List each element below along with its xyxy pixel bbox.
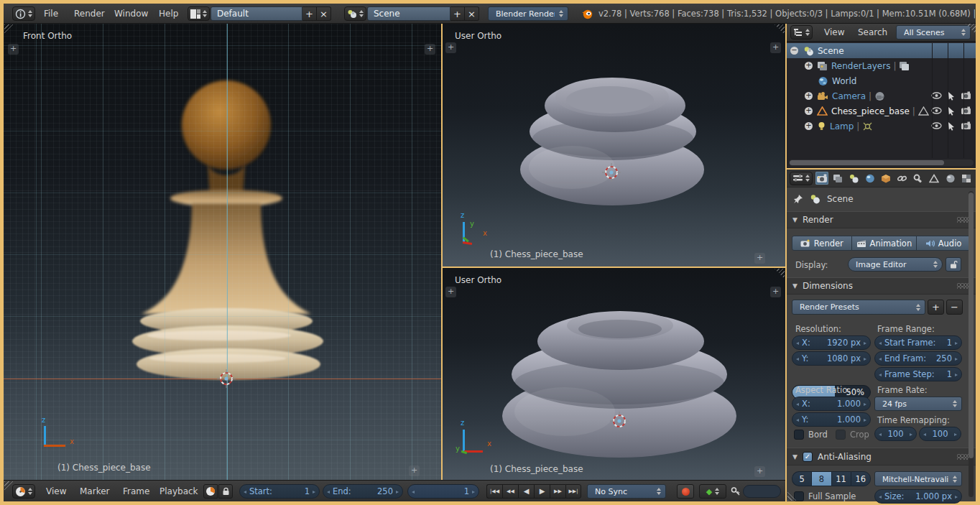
antialiasing-checkbox[interactable]: ✓: [803, 452, 813, 462]
region-expand-button[interactable]: +: [409, 465, 420, 476]
hide-eye-icon[interactable]: [931, 91, 942, 101]
region-expand-button[interactable]: +: [754, 466, 765, 477]
render-restrict-icon[interactable]: [961, 106, 971, 116]
increment-arrow-icon[interactable]: ▸: [396, 488, 399, 495]
add-scene-button[interactable]: +: [450, 6, 465, 21]
active-keying-set-field[interactable]: [743, 485, 781, 498]
outliner-type-button[interactable]: [790, 25, 813, 40]
decrement-arrow-icon[interactable]: ◂: [879, 494, 882, 500]
aa-size-field[interactable]: ◂ Size: 1.000 px ▸: [874, 489, 962, 504]
increment-arrow-icon[interactable]: ▸: [472, 488, 475, 495]
increment-arrow-icon[interactable]: ▸: [955, 340, 958, 346]
antialiasing-section-header[interactable]: ▼ ✓ Anti-Aliasing: [787, 448, 976, 465]
display-lock-button[interactable]: [946, 257, 961, 272]
render-presets-dropdown[interactable]: Render Presets: [792, 300, 925, 315]
menu-help[interactable]: Help: [156, 4, 181, 24]
increment-arrow-icon[interactable]: ▸: [955, 371, 958, 378]
timeline-menu-frame[interactable]: Frame: [120, 481, 152, 502]
increment-arrow-icon[interactable]: ▸: [864, 401, 866, 407]
resolution-y-field[interactable]: ◂ Y: 1080 px ▸: [792, 351, 871, 366]
prev-keyframe-button[interactable]: ◀◀: [502, 484, 518, 499]
tab-render[interactable]: [815, 172, 828, 185]
increment-arrow-icon[interactable]: ▸: [955, 494, 958, 500]
increment-arrow-icon[interactable]: ▸: [954, 431, 957, 437]
decrement-arrow-icon[interactable]: ◂: [879, 356, 882, 362]
properties-vscrollbar-thumb[interactable]: [969, 193, 974, 458]
decrement-arrow-icon[interactable]: ◂: [796, 417, 799, 423]
decrement-arrow-icon[interactable]: ◂: [796, 340, 799, 346]
decrement-arrow-icon[interactable]: ◂: [879, 340, 882, 346]
start-frame-field[interactable]: ◂ Start Frame: 1 ▸: [874, 335, 962, 350]
render-engine-dropdown[interactable]: Blender Render: [488, 6, 568, 21]
auto-keyframe-button[interactable]: [677, 484, 694, 499]
hide-eye-icon[interactable]: [931, 106, 942, 116]
increment-arrow-icon[interactable]: ▸: [313, 488, 315, 495]
properties-type-button[interactable]: [790, 172, 813, 185]
increment-arrow-icon[interactable]: ▸: [864, 340, 866, 346]
frame-rate-dropdown[interactable]: 24 fps: [874, 397, 962, 411]
render-button[interactable]: Render: [792, 236, 852, 251]
outliner-menu-view[interactable]: View: [821, 24, 847, 42]
pin-icon[interactable]: [793, 194, 803, 204]
remove-preset-button[interactable]: −: [946, 300, 963, 315]
decrement-arrow-icon[interactable]: ◂: [796, 401, 799, 407]
layout-selector-button[interactable]: [188, 6, 210, 21]
timeline-menu-marker[interactable]: Marker: [77, 481, 112, 502]
play-button[interactable]: ▶: [534, 484, 550, 499]
expand-toggle[interactable]: +: [805, 92, 813, 100]
decrement-arrow-icon[interactable]: ◂: [796, 356, 799, 362]
layout-name-field[interactable]: Default: [211, 6, 302, 21]
aa-samples-8[interactable]: 8: [811, 471, 831, 486]
add-preset-button[interactable]: +: [928, 300, 944, 315]
keying-set-button[interactable]: ◆: [699, 484, 726, 499]
increment-arrow-icon[interactable]: ▸: [864, 417, 866, 423]
hide-eye-icon[interactable]: [931, 121, 942, 131]
menu-render[interactable]: Render: [71, 4, 108, 24]
timeline-menu-view[interactable]: View: [43, 481, 69, 502]
delete-scene-button[interactable]: ×: [465, 6, 479, 21]
current-frame-field[interactable]: ◂ 1 ▸: [407, 484, 479, 499]
preview-range-button[interactable]: [203, 484, 218, 499]
border-checkbox[interactable]: [794, 430, 804, 440]
time-remap-new-field[interactable]: ◂ 100 ▸: [919, 427, 961, 441]
dimensions-section-header[interactable]: ▼ Dimensions: [787, 277, 976, 295]
tab-scene[interactable]: [848, 172, 861, 185]
tab-object-data[interactable]: [928, 172, 940, 185]
viewport-user-bottom[interactable]: User Ortho (1) Chess_piece_base z y x + …: [443, 268, 785, 480]
timeline-end-field[interactable]: ◂ End: 250 ▸: [323, 484, 403, 499]
aa-samples-5[interactable]: 5: [792, 471, 811, 486]
tab-modifiers[interactable]: [912, 172, 925, 185]
aa-filter-dropdown[interactable]: Mitchell-Netravali: [874, 471, 962, 486]
aa-samples-11[interactable]: 11: [831, 471, 851, 486]
decrement-arrow-icon[interactable]: ◂: [879, 431, 882, 437]
render-restrict-icon[interactable]: [961, 121, 971, 131]
timeline-type-button[interactable]: [12, 484, 35, 499]
crop-checkbox[interactable]: [836, 430, 846, 440]
render-restrict-icon[interactable]: [961, 91, 971, 101]
audio-button[interactable]: Audio: [917, 236, 971, 251]
increment-arrow-icon[interactable]: ▸: [864, 356, 866, 362]
tab-constraints[interactable]: [895, 172, 908, 185]
menu-file[interactable]: File: [41, 4, 61, 24]
display-dropdown[interactable]: Image Editor: [848, 257, 943, 272]
outliner-menu-search[interactable]: Search: [855, 24, 890, 42]
lock-time-button[interactable]: [218, 484, 233, 499]
increment-arrow-icon[interactable]: ▸: [910, 431, 912, 437]
outliner-hscrollbar-thumb[interactable]: [790, 160, 944, 165]
jump-to-start-button[interactable]: |◀◀: [486, 484, 502, 499]
time-remap-old-field[interactable]: ◂ 100 ▸: [874, 427, 917, 441]
viewport-front[interactable]: Front Ortho (1) Chess_piece_base z x + +…: [4, 24, 441, 480]
delete-layout-button[interactable]: ×: [317, 6, 331, 21]
tab-render-layers[interactable]: [831, 172, 844, 185]
region-expand-button[interactable]: +: [445, 287, 456, 297]
decrement-arrow-icon[interactable]: ◂: [412, 488, 415, 495]
region-expand-button[interactable]: +: [770, 287, 781, 297]
region-expand-button[interactable]: +: [425, 44, 435, 55]
region-expand-button[interactable]: +: [8, 44, 19, 55]
aa-samples-16[interactable]: 16: [851, 471, 871, 486]
key-icon[interactable]: [731, 486, 741, 496]
next-keyframe-button[interactable]: ▶▶: [550, 484, 565, 499]
frame-step-field[interactable]: ◂ Frame Step: 1 ▸: [874, 367, 962, 381]
sync-dropdown[interactable]: No Sync: [587, 484, 666, 499]
jump-to-end-button[interactable]: ▶▶|: [565, 484, 581, 499]
